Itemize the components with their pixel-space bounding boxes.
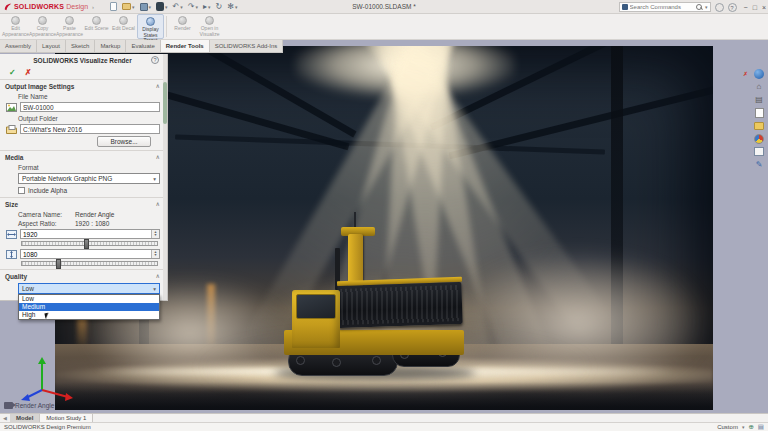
save-icon — [140, 3, 148, 11]
minimize-button[interactable]: − — [744, 4, 748, 11]
media-header[interactable]: Media ∧ — [5, 152, 160, 163]
forum-pencil-icon[interactable]: ✎ — [754, 159, 765, 170]
new-button[interactable] — [108, 1, 119, 13]
width-slider-thumb[interactable] — [84, 239, 89, 249]
width-slider[interactable] — [21, 241, 158, 246]
search-caret-icon[interactable]: ▾ — [705, 4, 708, 10]
select-cursor-icon: ▸ — [203, 2, 207, 12]
rebuild-button[interactable]: ↻ — [214, 1, 225, 13]
display-states-target-button[interactable]: Display States Target — [137, 14, 164, 39]
login-icon[interactable] — [715, 3, 724, 12]
caret-down-icon: ▾ — [149, 4, 152, 10]
appearances-icon[interactable] — [754, 133, 765, 144]
resources-home-icon[interactable]: ⌂ — [754, 81, 765, 92]
app-menu[interactable]: SOLIDWORKS Design › — [0, 3, 94, 11]
include-alpha-row[interactable]: Include Alpha — [18, 186, 160, 195]
scene-icon — [92, 16, 101, 25]
include-alpha-checkbox[interactable] — [18, 187, 25, 194]
tab-assembly[interactable]: Assembly — [0, 40, 37, 53]
titlebar-right: ▾ ? − □ × — [619, 1, 766, 13]
app-menu-expand-icon[interactable]: › — [92, 4, 94, 10]
cancel-button[interactable]: ✗ — [25, 68, 32, 77]
edit-scene-button[interactable]: Edit Scene — [83, 14, 110, 39]
open-in-visualize-button[interactable]: Open in Visualize — [196, 14, 223, 39]
save-button[interactable]: ▾ — [138, 1, 154, 13]
caret-down-icon: ▾ — [132, 4, 135, 10]
drill-rig-model[interactable] — [280, 246, 470, 386]
restore-button[interactable]: □ — [753, 4, 757, 11]
world-icon[interactable]: ⊕ — [748, 423, 753, 431]
units-selector[interactable]: Custom — [717, 424, 738, 430]
folder-icon — [5, 124, 17, 134]
search-input[interactable] — [630, 4, 694, 10]
units-caret-icon[interactable]: ▾ — [742, 424, 745, 430]
3dexperience-icon[interactable] — [754, 68, 765, 79]
quality-option-high[interactable]: High — [19, 311, 159, 319]
edit-appearance-button[interactable]: Edit Appearance — [2, 14, 29, 39]
height-input[interactable] — [20, 249, 160, 259]
width-input[interactable] — [20, 229, 160, 239]
options-button[interactable]: ✻▾ — [225, 1, 239, 13]
search-scope-icon — [622, 4, 628, 10]
ribbon-toolbar: Edit Appearance Copy Appearance Paste Ap… — [0, 14, 768, 40]
tab-motion-study-1[interactable]: Motion Study 1 — [40, 414, 93, 422]
quality-option-low[interactable]: Low — [19, 295, 159, 303]
collapse-icon[interactable]: ∧ — [156, 199, 160, 210]
format-select[interactable]: Portable Network Graphic PNG ▾ — [18, 173, 160, 184]
height-slider[interactable] — [21, 261, 158, 266]
help-icon[interactable]: ? — [728, 3, 737, 12]
size-header[interactable]: Size ∧ — [5, 199, 160, 210]
panel-help-icon[interactable]: ? — [151, 56, 159, 64]
caret-down-icon: ▾ — [235, 4, 238, 10]
output-folder-input[interactable] — [20, 124, 160, 134]
search-box[interactable]: ▾ — [619, 2, 711, 12]
render-button[interactable]: Render — [169, 14, 196, 39]
quality-select[interactable]: Low ▾ Low Medium High — [18, 283, 160, 294]
undo-button[interactable]: ↶▾ — [171, 1, 185, 13]
select-button[interactable]: ▸▾ — [201, 1, 213, 13]
tab-sketch[interactable]: Sketch — [66, 40, 95, 53]
redo-button[interactable]: ↷▾ — [186, 1, 200, 13]
file-name-input[interactable] — [20, 102, 160, 112]
height-slider-thumb[interactable] — [56, 259, 61, 269]
tab-evaluate[interactable]: Evaluate — [126, 40, 160, 53]
tab-model[interactable]: Model — [10, 414, 40, 422]
output-image-settings-header[interactable]: Output Image Settings ∧ — [5, 81, 160, 92]
browse-button[interactable]: Browse... — [97, 136, 151, 147]
model-tab-bar: ◀ Model Motion Study 1 — [0, 413, 768, 422]
edit-decal-button[interactable]: Edit Decal — [110, 14, 137, 39]
accept-button[interactable]: ✓ — [9, 68, 16, 77]
tab-render-tools[interactable]: Render Tools — [161, 40, 210, 53]
tab-scroll-left-icon[interactable]: ◀ — [0, 414, 10, 422]
copy-appearance-button[interactable]: Copy Appearance — [29, 14, 56, 39]
collapse-icon[interactable]: ∧ — [156, 271, 160, 282]
search-icon[interactable] — [696, 4, 703, 11]
publish-icon — [156, 2, 164, 11]
width-spinner[interactable]: ▲▼ — [151, 230, 159, 238]
open-button[interactable]: ▾ — [120, 1, 137, 13]
quality-dropdown-list: Low Medium High — [18, 294, 160, 320]
publish-button[interactable]: ▾ — [154, 1, 170, 13]
tab-solidworks-add-ins[interactable]: SOLIDWORKS Add-Ins — [210, 40, 284, 53]
custom-properties-icon[interactable] — [754, 146, 765, 157]
panel-scrollbar[interactable] — [163, 54, 167, 300]
copy-appearance-icon — [38, 16, 47, 25]
tab-markup[interactable]: Markup — [95, 40, 126, 53]
view-palette-icon[interactable] — [754, 120, 765, 131]
paste-appearance-button[interactable]: Paste Appearance — [56, 14, 83, 39]
quality-header[interactable]: Quality ∧ — [5, 271, 160, 282]
tab-layout[interactable]: Layout — [37, 40, 66, 53]
height-spinner[interactable]: ▲▼ — [151, 250, 159, 258]
quality-option-medium[interactable]: Medium — [19, 303, 159, 311]
caret-down-icon: ▾ — [196, 4, 199, 10]
content-area: Render Angle ✗ ⌂ ▤ ✎ Assembly Layout Ske… — [0, 40, 768, 413]
collapse-icon[interactable]: ∧ — [156, 81, 160, 92]
collapse-icon[interactable]: ∧ — [156, 152, 160, 163]
panel-toggle-icon[interactable]: ▤ — [758, 423, 764, 431]
panel-scrollbar-thumb[interactable] — [163, 82, 167, 124]
output-folder-label: Output Folder — [18, 114, 160, 123]
close-button[interactable]: × — [762, 4, 766, 11]
file-explorer-icon[interactable] — [754, 107, 765, 118]
design-library-icon[interactable]: ▤ — [754, 94, 765, 105]
rebuild-icon: ↻ — [216, 2, 223, 12]
